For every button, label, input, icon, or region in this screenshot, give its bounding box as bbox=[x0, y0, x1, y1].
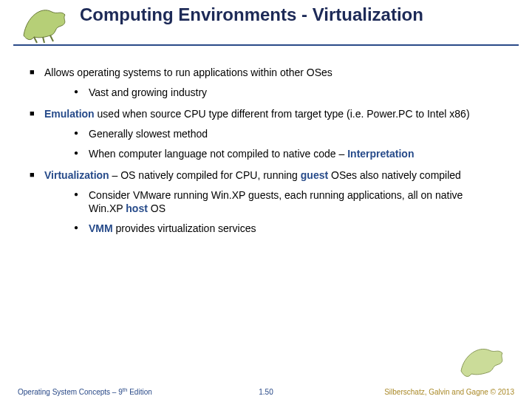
bullet-text: OSes also natively compiled bbox=[328, 169, 461, 181]
footer-text: Edition bbox=[127, 388, 151, 396]
bullet-allows: Allows operating systems to run applicat… bbox=[30, 66, 502, 99]
slide-body: Allows operating systems to run applicat… bbox=[0, 46, 532, 235]
footer-copyright: Silberschatz, Galvin and Gagne © 2013 bbox=[384, 388, 514, 396]
bullet-text: When computer language not compiled to n… bbox=[89, 148, 347, 160]
bullet-text: provides virtualization services bbox=[113, 222, 256, 234]
footer-text: Operating System Concepts – 9 bbox=[18, 388, 123, 396]
sub-bullet-slowest: Generally slowest method bbox=[74, 128, 495, 140]
footer-left: Operating System Concepts – 9th Edition bbox=[18, 386, 152, 396]
term-virtualization: Virtualization bbox=[44, 169, 109, 181]
bullet-emulation: Emulation used when source CPU type diff… bbox=[30, 108, 502, 160]
bullet-text: – OS natively compiled for CPU, running bbox=[109, 169, 301, 181]
bullet-text: Vast and growing industry bbox=[89, 86, 207, 98]
bullet-text: used when source CPU type different from… bbox=[95, 108, 470, 120]
sub-bullet-interpretation: When computer language not compiled to n… bbox=[74, 148, 495, 160]
footer-page-number: 1.50 bbox=[259, 388, 273, 396]
term-emulation: Emulation bbox=[44, 108, 95, 120]
bullet-text: Allows operating systems to run applicat… bbox=[44, 66, 332, 78]
slide-title: Computing Environments - Virtualization bbox=[80, 4, 423, 25]
sub-bullet-vmware: Consider VMware running Win.XP guests, e… bbox=[74, 189, 495, 214]
bullet-virtualization: Virtualization – OS natively compiled fo… bbox=[30, 169, 502, 234]
term-guest: guest bbox=[301, 169, 328, 181]
bullet-text: OS bbox=[148, 202, 166, 214]
sub-bullet-vast: Vast and growing industry bbox=[74, 86, 495, 99]
slide-header: Computing Environments - Virtualization bbox=[13, 3, 519, 46]
term-host: host bbox=[126, 202, 148, 214]
bullet-text: Generally slowest method bbox=[89, 128, 208, 140]
sub-bullet-vmm: VMM provides virtualization services bbox=[74, 222, 495, 235]
dinosaur-icon bbox=[18, 1, 77, 44]
term-interpretation: Interpretation bbox=[347, 148, 414, 160]
term-vmm: VMM bbox=[89, 222, 113, 234]
slide: Computing Environments - Virtualization … bbox=[0, 3, 532, 399]
dinosaur-icon bbox=[458, 341, 513, 380]
